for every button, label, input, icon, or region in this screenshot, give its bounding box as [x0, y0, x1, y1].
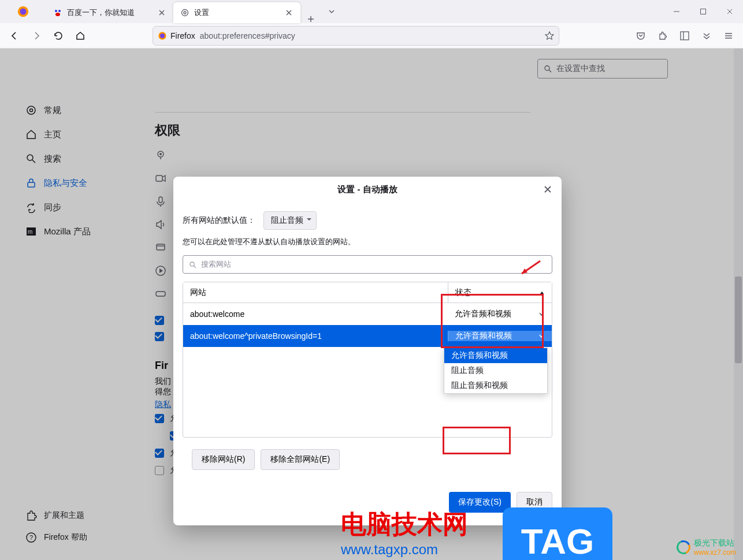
- status-value: 允许音频和视频: [455, 309, 511, 319]
- gear-icon: [180, 8, 190, 17]
- window-titlebar: 百度一下，你就知道 设置: [0, 0, 743, 23]
- cell-site: about:welcome: [183, 309, 448, 319]
- back-button[interactable]: [5, 26, 24, 46]
- site-search-input[interactable]: 搜索网站: [183, 255, 552, 274]
- cell-status-select[interactable]: 允许音频和视频: [448, 309, 552, 319]
- svg-point-27: [190, 262, 194, 266]
- column-header-site[interactable]: 网站: [183, 282, 448, 303]
- status-dropdown: 允许音频和视频 阻止音频 阻止音频和视频: [444, 348, 548, 394]
- svg-point-9: [160, 33, 165, 38]
- cell-status-select[interactable]: 允许音频和视频: [448, 331, 552, 341]
- default-value-select[interactable]: 阻止音频: [263, 211, 317, 230]
- svg-rect-7: [701, 9, 706, 14]
- svg-point-6: [184, 12, 186, 14]
- extensions-icon[interactable]: [653, 26, 673, 46]
- nav-toolbar: Firefox about:preferences#privacy: [0, 23, 743, 48]
- watermark-tag: TAG: [503, 507, 612, 560]
- column-header-status[interactable]: 状态: [448, 282, 552, 303]
- tab-label: 设置: [194, 8, 209, 18]
- pocket-icon[interactable]: [631, 26, 651, 46]
- remove-site-button[interactable]: 移除网站(R): [192, 449, 255, 470]
- dropdown-option[interactable]: 阻止音频和视频: [444, 378, 547, 393]
- svg-point-2: [55, 10, 57, 12]
- content-viewport: 常规 主页 搜索 隐私与安全 同步 mMozilla 产品 扩展和主题 ?Fir…: [0, 48, 743, 560]
- bookmark-star-icon[interactable]: [545, 31, 554, 40]
- close-window-button[interactable]: [716, 0, 743, 23]
- site-permission-table: 网站 状态 about:welcome 允许音频和视频 about:welcom…: [183, 282, 552, 438]
- status-value: 允许音频和视频: [455, 331, 512, 341]
- cell-site: about:welcome^privateBrowsingId=1: [183, 331, 448, 341]
- tab-label: 百度一下，你就知道: [67, 8, 135, 18]
- dialog-title: 设置 - 自动播放: [173, 177, 562, 202]
- tab-settings[interactable]: 设置: [173, 2, 300, 23]
- overflow-icon[interactable]: [697, 26, 716, 46]
- close-icon[interactable]: [157, 8, 166, 17]
- maximize-button[interactable]: [690, 0, 716, 23]
- svg-point-3: [58, 10, 61, 12]
- table-row[interactable]: about:welcome 允许音频和视频: [183, 303, 552, 325]
- dialog-close-button[interactable]: [542, 184, 553, 195]
- annotation-arrow: [517, 260, 543, 277]
- chevron-down-icon: [538, 311, 545, 318]
- close-icon[interactable]: [284, 8, 294, 17]
- dialog-description: 您可以在此处管理不遵从默认自动播放设置的网站。: [183, 237, 552, 247]
- search-placeholder: 搜索网站: [201, 259, 231, 270]
- sort-icon: [539, 290, 545, 296]
- header-label: 状态: [455, 288, 471, 298]
- dropdown-option[interactable]: 允许音频和视频: [444, 348, 547, 363]
- select-value: 阻止音频: [271, 215, 303, 225]
- dropdown-option[interactable]: 阻止音频: [444, 363, 547, 378]
- watermark-text: 电脑技术网www.tagxp.com: [341, 507, 468, 558]
- svg-rect-10: [681, 32, 689, 40]
- table-row[interactable]: about:welcome^privateBrowsingId=1 允许音频和视…: [183, 325, 552, 347]
- search-icon: [189, 261, 196, 268]
- svg-point-1: [20, 9, 27, 15]
- baidu-favicon: [53, 8, 62, 17]
- list-all-tabs-button[interactable]: [321, 0, 342, 23]
- tab-baidu[interactable]: 百度一下，你就知道: [46, 2, 173, 23]
- remove-all-sites-button[interactable]: 移除全部网站(E): [261, 449, 340, 470]
- url-text: about:preferences#privacy: [200, 31, 295, 40]
- app-menu-button[interactable]: [719, 26, 738, 46]
- default-label: 所有网站的默认值：: [183, 215, 255, 226]
- chevron-down-icon: [538, 333, 545, 339]
- home-button[interactable]: [70, 26, 90, 46]
- tabstrip: 百度一下，你就知道 设置: [46, 0, 321, 23]
- new-tab-button[interactable]: [300, 15, 321, 23]
- watermark-site: 极光下载站www.xz7.com: [677, 538, 736, 557]
- minimize-button[interactable]: [663, 0, 690, 23]
- reload-button[interactable]: [49, 26, 68, 46]
- firefox-logo: [0, 0, 46, 23]
- sidebar-icon[interactable]: [675, 26, 694, 46]
- window-controls: [663, 0, 743, 23]
- svg-point-4: [55, 13, 60, 16]
- svg-point-5: [182, 10, 188, 16]
- identity-label: Firefox: [170, 31, 195, 40]
- forward-button[interactable]: [27, 26, 46, 46]
- url-bar[interactable]: Firefox about:preferences#privacy: [153, 26, 559, 46]
- autoplay-settings-dialog: 设置 - 自动播放 所有网站的默认值： 阻止音频 您可以在此处管理不遵从默认自动…: [173, 177, 562, 525]
- identity-box[interactable]: Firefox: [158, 31, 195, 40]
